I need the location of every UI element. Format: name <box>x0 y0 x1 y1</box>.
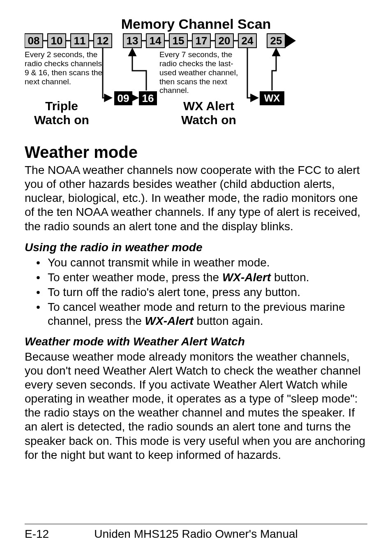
text: To enter weather mode, press the <box>48 271 222 284</box>
svg-text:10: 10 <box>51 35 63 47</box>
svg-text:13: 13 <box>127 35 138 47</box>
svg-text:15: 15 <box>173 35 184 47</box>
channel-box: WX <box>260 91 284 105</box>
weather-mode-heading: Weather mode <box>25 143 367 162</box>
diagram-title: Memory Channel Scan <box>121 16 271 32</box>
svg-text:12: 12 <box>97 35 109 47</box>
list-item: To enter weather mode, press the WX-Aler… <box>39 271 367 285</box>
weather-alert-watch-paragraph: Because weather mode already monitors th… <box>25 350 367 462</box>
document-title: Uniden MHS125 Radio Owner's Manual <box>25 528 367 541</box>
wx-alert-button-ref: WX-Alert <box>145 315 194 327</box>
svg-text:25: 25 <box>270 35 282 47</box>
channel-box: 14 <box>146 34 164 48</box>
channel-box: 09 <box>114 91 132 105</box>
list-item: To turn off the radio's alert tone, pres… <box>39 285 367 299</box>
svg-text:16: 16 <box>142 92 154 104</box>
channel-box: 12 <box>94 34 112 48</box>
channel-box: 13 <box>123 34 141 48</box>
svg-text:09: 09 <box>118 92 129 104</box>
list-item: To cancel weather mode and return to the… <box>39 300 367 328</box>
weather-alert-watch-heading: Weather mode with Weather Alert Watch <box>25 335 367 348</box>
channel-box: 15 <box>169 34 187 48</box>
text: button. <box>271 271 309 284</box>
wx-alert-watch-label: WX Alert <box>183 99 234 113</box>
svg-text:11: 11 <box>74 35 86 47</box>
svg-text:17: 17 <box>196 35 208 47</box>
wx-alert-watch-label: Watch on <box>181 113 236 127</box>
channel-box: 17 <box>192 34 210 48</box>
channel-box: 25 <box>267 34 285 48</box>
continue-arrow-icon <box>285 34 296 48</box>
channel-box: 11 <box>71 34 89 48</box>
weather-mode-paragraph: The NOAA weather channels now cooperate … <box>25 163 367 234</box>
diagram-right-desc: Every 7 seconds, the radio checks the la… <box>159 50 250 95</box>
list-item: You cannot transmit while in weather mod… <box>39 256 367 270</box>
triple-watch-label: Triple <box>45 99 78 113</box>
diagram-left-desc: Every 2 seconds, the radio checks channe… <box>25 50 103 86</box>
triple-watch-label: Watch on <box>34 113 89 127</box>
channel-box: 20 <box>215 34 233 48</box>
svg-text:24: 24 <box>242 35 254 47</box>
page-footer: E-12 Uniden MHS125 Radio Owner's Manual <box>25 524 367 541</box>
svg-text:08: 08 <box>28 35 40 47</box>
channel-box: 08 <box>25 34 43 48</box>
memory-channel-scan-diagram: Memory Channel Scan 08 10 11 12 13 14 15… <box>25 16 367 132</box>
text: button again. <box>194 315 263 327</box>
svg-text:WX: WX <box>264 93 280 104</box>
wx-alert-button-ref: WX-Alert <box>222 271 271 284</box>
channel-box: 10 <box>48 34 66 48</box>
using-radio-weather-list: You cannot transmit while in weather mod… <box>25 256 367 329</box>
channel-box: 16 <box>139 91 157 105</box>
channel-box: 24 <box>238 34 256 48</box>
svg-text:20: 20 <box>219 35 231 47</box>
svg-text:14: 14 <box>150 35 161 47</box>
using-radio-weather-heading: Using the radio in weather mode <box>25 241 367 254</box>
